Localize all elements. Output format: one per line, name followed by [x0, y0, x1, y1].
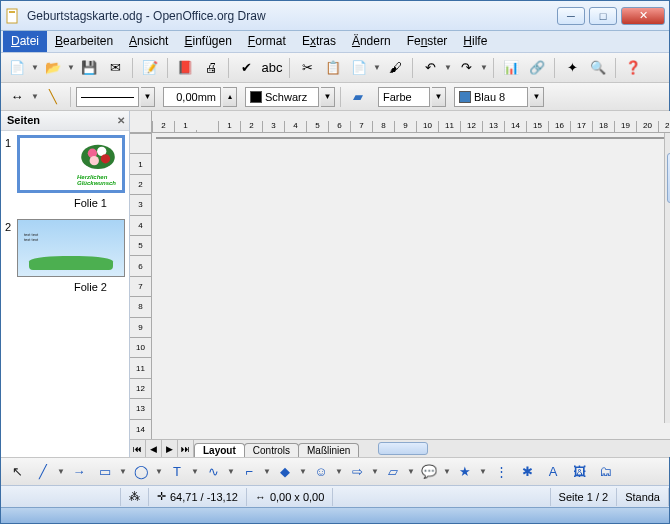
chart-icon[interactable]: 📊 [499, 56, 523, 80]
curve-icon[interactable]: ∿ [201, 460, 225, 484]
minimize-button[interactable]: ─ [557, 7, 585, 25]
menu-einfügen[interactable]: Einfügen [176, 31, 239, 52]
help-icon[interactable]: ❓ [621, 56, 645, 80]
ellipse-icon[interactable]: ◯ [129, 460, 153, 484]
area-props-icon[interactable]: ▰ [346, 85, 370, 109]
ruler-vertical[interactable]: 1234567891011121314 [130, 133, 152, 439]
prev-page-button[interactable]: ◀ [146, 440, 162, 457]
redo-icon[interactable]: ↷ [454, 56, 478, 80]
cut-icon[interactable]: ✂ [295, 56, 319, 80]
menu-ansicht[interactable]: Ansicht [121, 31, 176, 52]
dropdown-icon[interactable]: ▼ [479, 467, 487, 476]
hyperlink-icon[interactable]: 🔗 [525, 56, 549, 80]
open-icon[interactable]: 📂 [41, 56, 65, 80]
dropdown-icon[interactable]: ▼ [371, 467, 379, 476]
slide-thumbnail[interactable]: HerzlichenGlückwunsch [17, 135, 125, 193]
glue-icon[interactable]: ✱ [515, 460, 539, 484]
line-props-icon[interactable]: ╲ [41, 85, 65, 109]
menu-datei[interactable]: Datei [3, 31, 47, 52]
line-icon[interactable]: ╱ [31, 460, 55, 484]
zoom-icon[interactable]: 🔍 [586, 56, 610, 80]
dropdown-icon[interactable]: ▼ [155, 467, 163, 476]
save-icon[interactable]: 💾 [77, 56, 101, 80]
export-pdf-icon[interactable]: 📕 [173, 56, 197, 80]
symbol-shapes-icon[interactable]: ☺ [309, 460, 333, 484]
next-page-button[interactable]: ▶ [162, 440, 178, 457]
format-paint-icon[interactable]: 🖌 [383, 56, 407, 80]
text-icon[interactable]: T [165, 460, 189, 484]
drawing-canvas[interactable]: Herzlichen Glückwunsch Schön & Ehrlich D… [156, 137, 664, 139]
edit-icon[interactable]: 📝 [138, 56, 162, 80]
arrow-end-icon[interactable]: → [67, 460, 91, 484]
tab-maßlinien[interactable]: Maßlinien [298, 443, 359, 457]
vertical-scrollbar[interactable] [664, 133, 670, 423]
basic-shapes-icon[interactable]: ◆ [273, 460, 297, 484]
gallery-icon[interactable]: 🗂 [593, 460, 617, 484]
ruler-horizontal[interactable]: 21123456789101112131415161718192021 [152, 111, 670, 133]
dropdown-icon[interactable]: ▼ [407, 467, 415, 476]
slide-thumbnail[interactable]: text texttext text [17, 219, 125, 277]
dropdown-icon[interactable]: ▼ [443, 467, 451, 476]
menu-ändern[interactable]: Ändern [344, 31, 399, 52]
line-width-field[interactable]: 0,00mm [163, 87, 221, 107]
dropdown-icon[interactable]: ▼ [335, 467, 343, 476]
points-icon[interactable]: ⋮ [489, 460, 513, 484]
print-icon[interactable]: 🖨 [199, 56, 223, 80]
dropdown-icon[interactable]: ▼ [263, 467, 271, 476]
dropdown-icon[interactable]: ▼ [31, 92, 39, 101]
dropdown-icon[interactable]: ▼ [141, 87, 155, 107]
spellcheck-icon[interactable]: ✔ [234, 56, 258, 80]
maximize-button[interactable]: □ [589, 7, 617, 25]
dropdown-icon[interactable]: ▼ [480, 63, 488, 72]
email-icon[interactable]: ✉ [103, 56, 127, 80]
spinner-icon[interactable]: ▴ [223, 87, 237, 107]
copy-icon[interactable]: 📋 [321, 56, 345, 80]
slide-label: Folie 1 [5, 197, 125, 209]
tab-controls[interactable]: Controls [244, 443, 299, 457]
menu-hilfe[interactable]: Hilfe [455, 31, 495, 52]
status-size: ↔0,00 x 0,00 [247, 488, 333, 506]
fill-color-combo[interactable]: Blau 8 [454, 87, 528, 107]
new-icon[interactable]: 📄 [5, 56, 29, 80]
last-page-button[interactable]: ⏭ [178, 440, 194, 457]
dropdown-icon[interactable]: ▼ [67, 63, 75, 72]
dropdown-icon[interactable]: ▼ [31, 63, 39, 72]
first-page-button[interactable]: ⏮ [130, 440, 146, 457]
arrow-style-icon[interactable]: ↔ [5, 85, 29, 109]
callouts-icon[interactable]: 💬 [417, 460, 441, 484]
dropdown-icon[interactable]: ▼ [119, 467, 127, 476]
close-button[interactable]: ✕ [621, 7, 665, 25]
dropdown-icon[interactable]: ▼ [444, 63, 452, 72]
rectangle-icon[interactable]: ▭ [93, 460, 117, 484]
menu-bearbeiten[interactable]: Bearbeiten [47, 31, 121, 52]
tab-layout[interactable]: Layout [194, 443, 245, 457]
dropdown-icon[interactable]: ▼ [299, 467, 307, 476]
menu-format[interactable]: Format [240, 31, 294, 52]
horizontal-scrollbar[interactable] [358, 440, 670, 457]
line-color-combo[interactable]: Schwarz [245, 87, 319, 107]
from-file-icon[interactable]: 🖼 [567, 460, 591, 484]
dropdown-icon[interactable]: ▼ [191, 467, 199, 476]
dropdown-icon[interactable]: ▼ [57, 467, 65, 476]
dropdown-icon[interactable]: ▼ [530, 87, 544, 107]
menu-fenster[interactable]: Fenster [399, 31, 456, 52]
line-style-combo[interactable] [76, 87, 139, 107]
svg-point-5 [101, 154, 110, 163]
undo-icon[interactable]: ↶ [418, 56, 442, 80]
navigator-icon[interactable]: ✦ [560, 56, 584, 80]
fill-type-combo[interactable]: Farbe [378, 87, 430, 107]
block-arrows-icon[interactable]: ⇨ [345, 460, 369, 484]
select-icon[interactable]: ↖ [5, 460, 29, 484]
dropdown-icon[interactable]: ▼ [321, 87, 335, 107]
menu-extras[interactable]: Extras [294, 31, 344, 52]
paste-icon[interactable]: 📄 [347, 56, 371, 80]
dropdown-icon[interactable]: ▼ [432, 87, 446, 107]
dropdown-icon[interactable]: ▼ [227, 467, 235, 476]
flowchart-icon[interactable]: ▱ [381, 460, 405, 484]
close-icon[interactable]: ✕ [117, 115, 125, 126]
dropdown-icon[interactable]: ▼ [373, 63, 381, 72]
auto-spellcheck-icon[interactable]: abc [260, 56, 284, 80]
stars-icon[interactable]: ★ [453, 460, 477, 484]
connector-icon[interactable]: ⌐ [237, 460, 261, 484]
fontwork-icon[interactable]: A [541, 460, 565, 484]
